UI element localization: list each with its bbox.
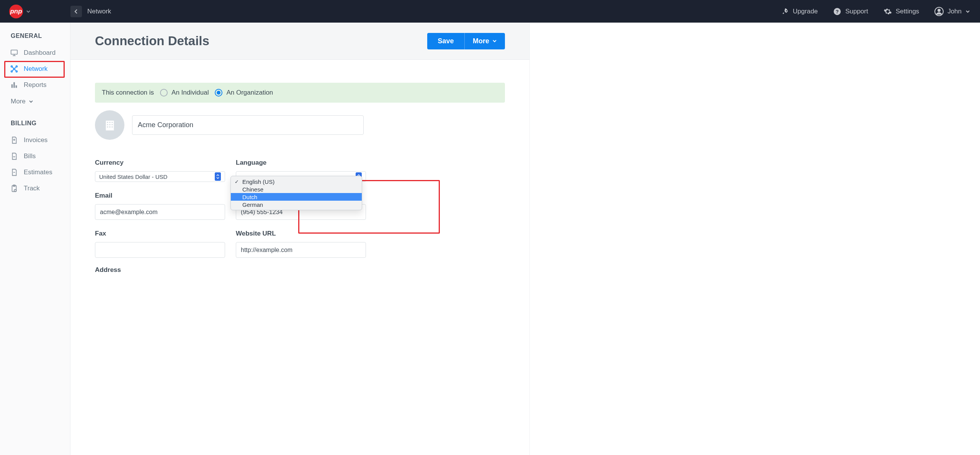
breadcrumb-label: Network — [87, 8, 111, 15]
sidebar-item-reports[interactable]: Reports — [0, 77, 70, 93]
website-label: Website URL — [236, 230, 366, 237]
svg-point-15 — [14, 190, 16, 192]
org-row — [95, 110, 505, 140]
language-option-dutch[interactable]: Dutch — [231, 193, 362, 201]
email-input[interactable] — [95, 204, 225, 220]
field-email: Email — [95, 192, 225, 220]
sidebar-item-estimates[interactable]: Estimates — [0, 164, 70, 180]
svg-point-8 — [11, 71, 13, 72]
sidebar-more-label: More — [11, 98, 26, 105]
sidebar-label: Invoices — [24, 136, 47, 144]
radio-icon — [215, 89, 222, 97]
chevron-down-icon — [492, 39, 497, 43]
svg-rect-12 — [16, 85, 17, 88]
currency-select[interactable]: United States Dollar - USD — [95, 171, 225, 182]
svg-point-6 — [11, 66, 13, 67]
page-title: Connection Details — [95, 34, 209, 48]
back-button[interactable] — [70, 6, 82, 17]
email-label: Email — [95, 192, 225, 200]
sidebar-item-invoices[interactable]: Invoices — [0, 132, 70, 148]
sidebar-label: Dashboard — [24, 49, 56, 57]
support-label: Support — [845, 8, 868, 15]
type-prefix: This connection is — [102, 89, 154, 97]
svg-rect-11 — [13, 82, 15, 88]
help-icon: ? — [833, 7, 841, 16]
radio-organization[interactable]: An Organization — [215, 89, 273, 97]
language-label: Language — [236, 159, 366, 167]
svg-rect-24 — [109, 126, 110, 128]
select-caret-icon — [215, 172, 221, 181]
currency-label: Currency — [95, 159, 225, 167]
language-option-german[interactable]: German — [231, 201, 362, 208]
org-name-input[interactable] — [132, 115, 364, 135]
sidebar-item-bills[interactable]: Bills — [0, 148, 70, 164]
field-website: Website URL — [236, 230, 366, 258]
chevron-down-icon — [965, 9, 970, 14]
sidebar-item-dashboard[interactable]: Dashboard — [0, 45, 70, 61]
svg-rect-21 — [109, 124, 110, 125]
language-option-chinese[interactable]: Chinese — [231, 185, 362, 193]
radio-organization-label: An Organization — [226, 89, 273, 97]
rocket-icon — [781, 8, 789, 15]
fax-input[interactable] — [95, 242, 225, 258]
gear-icon — [884, 7, 892, 16]
more-label: More — [473, 37, 489, 45]
radio-individual[interactable]: An Individual — [160, 89, 209, 97]
field-fax: Fax — [95, 230, 225, 258]
top-bar: pnp Network Upgrade ? Support Settin — [0, 0, 980, 23]
invoice-icon — [10, 136, 18, 144]
svg-rect-10 — [11, 84, 13, 88]
top-actions: Upgrade ? Support Settings John — [781, 7, 980, 16]
chevron-down-icon — [26, 9, 31, 14]
clipboard-icon — [10, 184, 18, 193]
field-currency: Currency United States Dollar - USD — [95, 159, 225, 182]
chevron-down-icon — [29, 99, 33, 104]
website-input[interactable] — [236, 242, 366, 258]
sidebar-section-billing: BILLING — [0, 120, 70, 132]
language-option-english[interactable]: English (US) — [231, 178, 362, 185]
connection-type-banner: This connection is An Individual An Orga… — [95, 83, 505, 103]
svg-rect-20 — [107, 124, 108, 125]
svg-point-3 — [938, 9, 941, 12]
sidebar-label: Reports — [24, 81, 47, 89]
svg-rect-23 — [107, 126, 108, 128]
svg-rect-4 — [11, 50, 18, 54]
svg-rect-25 — [111, 126, 113, 128]
svg-point-9 — [16, 71, 18, 72]
svg-rect-17 — [107, 122, 108, 123]
fax-label: Fax — [95, 230, 225, 237]
network-icon — [10, 65, 18, 73]
svg-rect-19 — [111, 122, 113, 123]
svg-rect-18 — [109, 122, 110, 123]
bar-chart-icon — [10, 81, 18, 89]
main-panel: Connection Details Save More This connec… — [70, 23, 530, 455]
sidebar-label: Network — [24, 65, 47, 73]
sidebar: GENERAL Dashboard Network Reports More — [0, 23, 70, 455]
svg-point-5 — [13, 68, 15, 70]
svg-text:?: ? — [836, 8, 839, 14]
document-icon — [10, 152, 18, 160]
radio-icon — [160, 89, 168, 97]
monitor-icon — [10, 49, 18, 57]
settings-link[interactable]: Settings — [884, 7, 919, 16]
user-menu[interactable]: John — [934, 7, 970, 16]
sidebar-section-general: GENERAL — [0, 33, 70, 45]
sidebar-item-network[interactable]: Network — [0, 61, 70, 77]
save-button[interactable]: Save — [427, 33, 465, 49]
app-logo: pnp — [9, 5, 23, 18]
field-language: Language English (US) Chinese Dutch Germ… — [236, 159, 366, 182]
language-dropdown: English (US) Chinese Dutch German — [230, 176, 362, 210]
sidebar-label: Bills — [24, 152, 36, 160]
more-button[interactable]: More — [465, 33, 505, 49]
support-link[interactable]: ? Support — [833, 7, 868, 16]
logo-area[interactable]: pnp — [0, 5, 70, 18]
sidebar-more[interactable]: More — [0, 93, 70, 106]
svg-rect-22 — [111, 124, 113, 125]
sidebar-item-track[interactable]: Track — [0, 180, 70, 196]
sidebar-label: Track — [24, 185, 40, 192]
org-avatar[interactable] — [95, 110, 124, 140]
breadcrumb: Network — [70, 6, 111, 17]
address-label: Address — [95, 266, 505, 274]
upgrade-link[interactable]: Upgrade — [781, 8, 818, 15]
sidebar-label: Estimates — [24, 169, 52, 176]
